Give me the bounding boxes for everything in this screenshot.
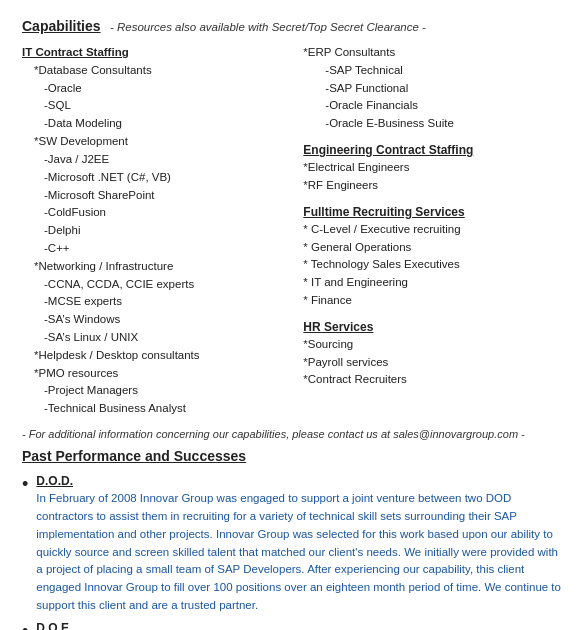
fulltime-heading: Fulltime Recruiting Services [303, 205, 563, 219]
list-item: -Technical Business Analyst [22, 400, 295, 418]
pmo-items: -Project Managers -Technical Business An… [22, 382, 295, 418]
contact-note: - For additional information concerning … [22, 428, 563, 440]
network-heading: *Networking / Infrastructure [22, 258, 295, 276]
list-item: *RF Engineers [303, 177, 563, 195]
network-items: -CCNA, CCDA, CCIE experts -MCSE experts … [22, 276, 295, 347]
helpdesk: *Helpdesk / Desktop consultants [22, 347, 295, 365]
left-column: IT Contract Staffing *Database Consultan… [22, 40, 303, 418]
list-item: -Microsoft SharePoint [22, 187, 295, 205]
list-item: -Data Modeling [22, 115, 295, 133]
list-item: * Finance [303, 292, 563, 310]
erp-items: -SAP Technical -SAP Functional -Oracle F… [303, 62, 563, 133]
list-item: -Delphi [22, 222, 295, 240]
list-item: -MCSE experts [22, 293, 295, 311]
list-item: * Technology Sales Executives [303, 256, 563, 274]
doe-label: D.O.E. [36, 621, 563, 630]
capabilities-title: Capabilities [22, 18, 101, 34]
list-item: -SAP Technical [303, 62, 563, 80]
list-item: -Oracle Financials [303, 97, 563, 115]
capabilities-columns: IT Contract Staffing *Database Consultan… [22, 40, 563, 418]
past-performance-title: Past Performance and Successes [22, 448, 563, 464]
erp-heading: *ERP Consultants [303, 44, 563, 62]
sw-items: -Java / J2EE -Microsoft .NET (C#, VB) -M… [22, 151, 295, 258]
list-item: *Contract Recruiters [303, 371, 563, 389]
fulltime-items: * C-Level / Executive recruiting * Gener… [303, 221, 563, 310]
database-heading: *Database Consultants [22, 62, 295, 80]
list-item: -Oracle E-Business Suite [303, 115, 563, 133]
list-item: *Electrical Engineers [303, 159, 563, 177]
list-item: -CCNA, CCDA, CCIE experts [22, 276, 295, 294]
list-item: -Java / J2EE [22, 151, 295, 169]
hr-items: *Sourcing *Payroll services *Contract Re… [303, 336, 563, 389]
sw-heading: *SW Development [22, 133, 295, 151]
list-item: *Payroll services [303, 354, 563, 372]
capabilities-header: Capabilities - Resources also available … [22, 18, 563, 34]
past-performance-section: Past Performance and Successes • D.O.D. … [22, 448, 563, 630]
dod-text: In February of 2008 Innovar Group was en… [36, 490, 563, 615]
list-item: * C-Level / Executive recruiting [303, 221, 563, 239]
it-staffing-heading: IT Contract Staffing [22, 44, 295, 62]
bullet-content-dod: D.O.D. In February of 2008 Innovar Group… [36, 474, 563, 615]
right-column: *ERP Consultants -SAP Technical -SAP Fun… [303, 40, 563, 418]
list-item: -SQL [22, 97, 295, 115]
pmo: *PMO resources [22, 365, 295, 383]
list-item: -Project Managers [22, 382, 295, 400]
list-item: * IT and Engineering [303, 274, 563, 292]
bullet-dot-dod: • [22, 475, 28, 493]
bullet-dot-doe: • [22, 622, 28, 630]
list-item: -Microsoft .NET (C#, VB) [22, 169, 295, 187]
eng-items: *Electrical Engineers *RF Engineers [303, 159, 563, 195]
bullet-doe: • D.O.E. Innovar Group is honored to be … [22, 621, 563, 630]
list-item: -C++ [22, 240, 295, 258]
capabilities-subtitle: - Resources also available with Secret/T… [110, 21, 426, 33]
list-item: -Oracle [22, 80, 295, 98]
database-items: -Oracle -SQL -Data Modeling [22, 80, 295, 133]
eng-heading: Engineering Contract Staffing [303, 143, 563, 157]
bullet-dod: • D.O.D. In February of 2008 Innovar Gro… [22, 474, 563, 615]
bullet-content-doe: D.O.E. Innovar Group is honored to be on… [36, 621, 563, 630]
list-item: -ColdFusion [22, 204, 295, 222]
list-item: *Sourcing [303, 336, 563, 354]
dod-label: D.O.D. [36, 474, 563, 488]
list-item: * General Operations [303, 239, 563, 257]
hr-heading: HR Services [303, 320, 563, 334]
list-item: -SA’s Windows [22, 311, 295, 329]
list-item: -SA’s Linux / UNIX [22, 329, 295, 347]
list-item: -SAP Functional [303, 80, 563, 98]
